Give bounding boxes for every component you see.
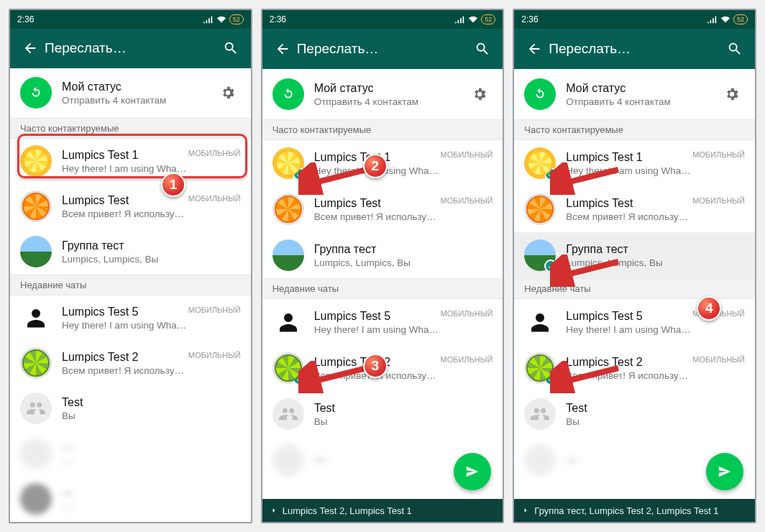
contact-lumpics-test-5[interactable]: Lumpics Test 5 Hey there! I am using Wha… bbox=[262, 299, 503, 345]
contact-name: Lumpics Test bbox=[314, 196, 441, 210]
avatar-landscape bbox=[20, 236, 52, 267]
status-bar: 2:36 52 bbox=[514, 10, 755, 29]
wifi-icon bbox=[216, 15, 226, 24]
status-settings-button[interactable] bbox=[215, 80, 241, 106]
my-status-subtitle: Отправить 4 контактам bbox=[314, 96, 467, 107]
refresh-icon bbox=[532, 86, 548, 102]
status-settings-button[interactable] bbox=[467, 81, 493, 107]
gear-icon bbox=[724, 86, 740, 102]
selection-bar: Группа тест, Lumpics Test 2, Lumpics Tes… bbox=[514, 499, 755, 522]
battery-icon: 52 bbox=[481, 14, 495, 24]
avatar-blurred bbox=[20, 483, 52, 515]
person-icon bbox=[275, 309, 301, 335]
status-settings-button[interactable] bbox=[719, 81, 745, 107]
search-button[interactable] bbox=[468, 35, 497, 63]
contact-status: Вы bbox=[314, 416, 493, 427]
section-frequent: Часто контактируемые bbox=[262, 119, 503, 140]
contact-name: Lumpics Test 5 bbox=[62, 305, 188, 318]
contact-status: Всем привет! Я использую WhatsApp. bbox=[314, 370, 441, 381]
contact-name: Группа тест bbox=[314, 242, 493, 256]
status-bar: 2:36 52 bbox=[10, 10, 251, 29]
back-button[interactable] bbox=[16, 34, 45, 63]
phone-type: МОБИЛЬНЫЙ bbox=[440, 309, 493, 318]
contact-blurred[interactable]: —— bbox=[10, 477, 251, 522]
avatar-group bbox=[524, 398, 556, 430]
contact-status: Hey there! I am using WhatsApp. bbox=[566, 324, 692, 335]
contact-blurred[interactable]: —— bbox=[10, 431, 251, 477]
contact-name: Lumpics Test 1 bbox=[62, 148, 188, 162]
avatar-group bbox=[272, 398, 304, 430]
my-status-title: Мой статус bbox=[314, 81, 467, 95]
contact-lumpics-test[interactable]: Lumpics Test Всем привет! Я использую Wh… bbox=[10, 184, 251, 229]
back-button[interactable] bbox=[268, 35, 297, 63]
contact-lumpics-test-5[interactable]: Lumpics Test 5 Hey there! I am using Wha… bbox=[514, 299, 755, 345]
contact-lumpics-test-1[interactable]: Lumpics Test 1 Hey there! I am using Wha… bbox=[514, 140, 755, 186]
avatar-lime bbox=[524, 352, 556, 384]
avatar-lime bbox=[272, 352, 304, 384]
my-status-row[interactable]: Мой статус Отправить 4 контактам bbox=[10, 68, 251, 118]
avatar-person bbox=[272, 306, 304, 338]
contact-lumpics-test-5[interactable]: Lumpics Test 5 Hey there! I am using Wha… bbox=[10, 295, 251, 341]
avatar-person bbox=[524, 306, 556, 338]
contact-status: Lumpics, Lumpics, Вы bbox=[62, 254, 241, 265]
screen-title: Переслать… bbox=[297, 41, 469, 57]
contact-group-test[interactable]: Группа тест Lumpics, Lumpics, Вы bbox=[262, 232, 503, 278]
contact-lumpics-test-1[interactable]: Lumpics Test 1 Hey there! I am using Wha… bbox=[10, 139, 251, 184]
signal-icon bbox=[203, 15, 214, 24]
contact-name: Test bbox=[566, 401, 745, 415]
search-button[interactable] bbox=[216, 34, 245, 63]
group-icon bbox=[278, 404, 298, 424]
my-status-subtitle: Отправить 4 контактам bbox=[566, 96, 719, 107]
back-button[interactable] bbox=[520, 35, 549, 63]
contact-name: Lumpics Test bbox=[566, 196, 692, 210]
clock: 2:36 bbox=[17, 14, 34, 24]
contact-test[interactable]: Test Вы bbox=[262, 391, 503, 437]
phone-type: МОБИЛЬНЫЙ bbox=[692, 355, 745, 364]
avatar-lime bbox=[20, 347, 52, 379]
contact-lumpics-test-1[interactable]: Lumpics Test 1 Hey there! I am using Wha… bbox=[262, 140, 503, 186]
my-status-subtitle: Отправить 4 контактам bbox=[62, 95, 215, 106]
avatar-orange bbox=[272, 193, 304, 225]
app-bar: Переслать… bbox=[10, 29, 251, 68]
screen-2: 2:36 52 Переслать… Мой статус Отправить … bbox=[261, 9, 505, 523]
selected-check-icon bbox=[293, 168, 306, 180]
contact-name: Test bbox=[62, 395, 241, 409]
clock: 2:36 bbox=[521, 14, 538, 24]
my-status-row[interactable]: Мой статус Отправить 4 контактам bbox=[514, 69, 755, 119]
person-icon bbox=[527, 309, 553, 335]
clock: 2:36 bbox=[270, 14, 286, 24]
search-button[interactable] bbox=[720, 35, 749, 63]
contact-lumpics-test-2[interactable]: Lumpics Test 2 Всем привет! Я использую … bbox=[262, 345, 503, 391]
my-status-row[interactable]: Мой статус Отправить 4 контактам bbox=[262, 69, 503, 119]
contact-name: Lumpics Test 5 bbox=[566, 309, 692, 323]
contact-status: Lumpics, Lumpics, Вы bbox=[566, 257, 745, 268]
send-fab[interactable] bbox=[706, 453, 743, 490]
contact-status: Всем привет! Я использую WhatsApp. bbox=[314, 211, 441, 222]
screen-title: Переслать… bbox=[45, 40, 216, 56]
arrow-left-icon bbox=[526, 41, 542, 57]
contact-lumpics-test[interactable]: Lumpics Test Всем привет! Я использую Wh… bbox=[262, 186, 503, 232]
selection-text: Lumpics Test 2, Lumpics Test 1 bbox=[283, 505, 412, 516]
avatar-orange bbox=[20, 191, 52, 222]
contact-lumpics-test-2[interactable]: Lumpics Test 2 Всем привет! Я использую … bbox=[10, 341, 251, 386]
contact-name: Lumpics Test 2 bbox=[62, 350, 188, 364]
contact-group-test[interactable]: Группа тест Lumpics, Lumpics, Вы bbox=[10, 229, 251, 275]
contact-group-test[interactable]: Группа тест Lumpics, Lumpics, Вы bbox=[514, 232, 755, 278]
search-icon bbox=[475, 41, 490, 57]
contact-test[interactable]: Test Вы bbox=[514, 391, 755, 437]
signal-icon bbox=[455, 15, 465, 24]
contact-test[interactable]: Test Вы bbox=[10, 386, 251, 431]
status-avatar bbox=[20, 77, 52, 109]
contact-lumpics-test-2[interactable]: Lumpics Test 2 Всем привет! Я использую … bbox=[514, 345, 755, 391]
contact-status: Hey there! I am using WhatsApp. bbox=[62, 163, 188, 174]
contact-name: Группа тест bbox=[566, 242, 745, 256]
arrow-left-icon bbox=[22, 40, 38, 56]
send-fab[interactable] bbox=[454, 453, 491, 490]
group-icon bbox=[26, 398, 46, 418]
gear-icon bbox=[472, 86, 487, 102]
contact-name: Lumpics Test 2 bbox=[566, 355, 692, 369]
screen-3: 2:36 52 Переслать… Мой статус Отправить … bbox=[513, 9, 756, 523]
avatar-lemon bbox=[20, 145, 52, 177]
arrow-left-icon bbox=[275, 41, 290, 57]
contact-lumpics-test[interactable]: Lumpics Test Всем привет! Я использую Wh… bbox=[514, 186, 755, 232]
